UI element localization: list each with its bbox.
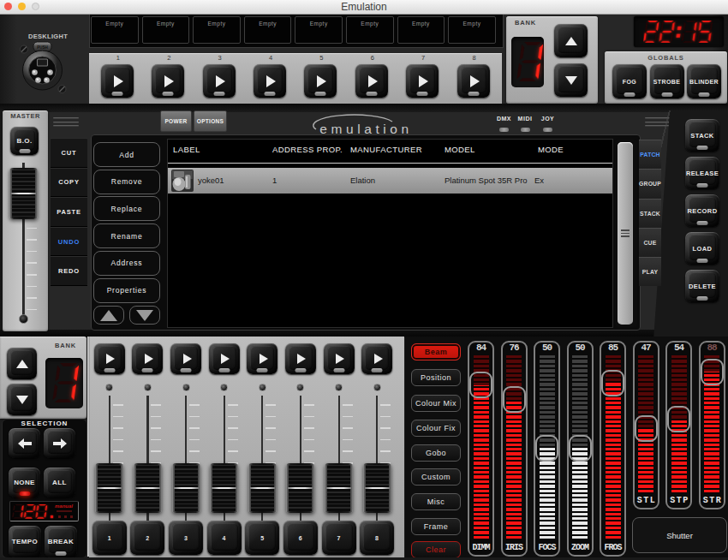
svg-text:PUSH: PUSH	[37, 45, 48, 50]
